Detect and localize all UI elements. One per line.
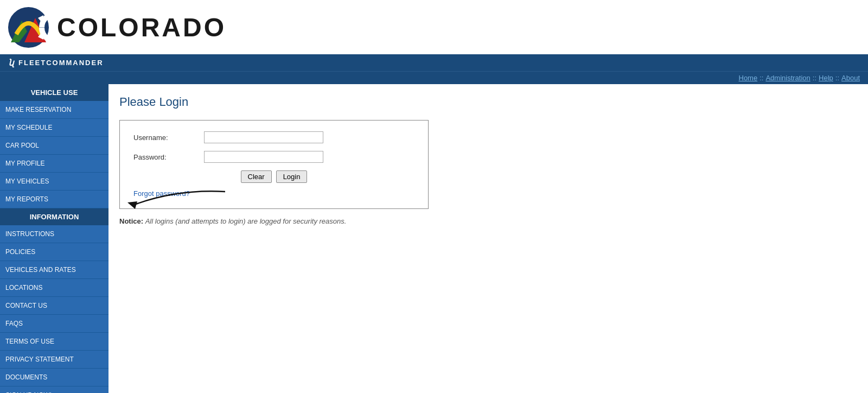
- username-row: Username:: [133, 131, 414, 143]
- sidebar-item-my-profile[interactable]: MY PROFILE: [0, 155, 108, 173]
- notice-prefix: Notice:: [119, 217, 143, 225]
- nav-bar: Home :: Administration :: Help :: About: [0, 71, 868, 84]
- home-link[interactable]: Home: [739, 74, 758, 82]
- notice-body: All logins (and attempts to login) are l…: [145, 217, 347, 225]
- login-box: Username: Password: Clear Login Forgot p…: [119, 120, 429, 209]
- password-input[interactable]: [204, 151, 323, 163]
- username-label: Username:: [133, 134, 204, 142]
- page-title: Please Login: [119, 95, 857, 109]
- sidebar: VEHICLE USE MAKE RESERVATION MY SCHEDULE…: [0, 84, 108, 393]
- administration-link[interactable]: Administration: [765, 74, 810, 82]
- colorado-logo-icon: [8, 7, 49, 48]
- nav-sep-3: ::: [835, 74, 839, 82]
- sidebar-item-faqs[interactable]: FAQS: [0, 315, 108, 333]
- sidebar-item-instructions[interactable]: INSTRUCTIONS: [0, 225, 108, 243]
- clear-button[interactable]: Clear: [241, 170, 272, 183]
- sidebar-item-my-reports[interactable]: MY REPORTS: [0, 191, 108, 208]
- forgot-password-row: Forgot password?: [133, 189, 414, 198]
- button-row: Clear Login: [133, 170, 414, 183]
- main-layout: VEHICLE USE MAKE RESERVATION MY SCHEDULE…: [0, 84, 868, 393]
- sidebar-item-car-pool[interactable]: CAR POOL: [0, 137, 108, 155]
- sidebar-item-policies[interactable]: POLICIES: [0, 243, 108, 261]
- username-input[interactable]: [204, 131, 323, 143]
- fleet-logo-icon: ʯ: [8, 58, 15, 68]
- fleet-bar: ʯ FLEETCOMMANDER: [0, 54, 868, 71]
- vehicle-use-header: VEHICLE USE: [0, 84, 108, 101]
- login-button[interactable]: Login: [276, 170, 308, 183]
- nav-sep-2: ::: [813, 74, 816, 82]
- forgot-password-link[interactable]: Forgot password?: [133, 189, 190, 198]
- sidebar-item-documents[interactable]: DOCUMENTS: [0, 369, 108, 386]
- fleet-commander-logo: ʯ FLEETCOMMANDER: [8, 58, 104, 68]
- sidebar-item-my-schedule[interactable]: MY SCHEDULE: [0, 119, 108, 137]
- notice-text: Notice: All logins (and attempts to logi…: [119, 217, 857, 225]
- sidebar-item-terms-of-use[interactable]: TERMS OF USE: [0, 333, 108, 351]
- help-link[interactable]: Help: [819, 74, 833, 82]
- sidebar-item-sign-up-now[interactable]: SIGN UP NOW!: [0, 386, 108, 393]
- fleet-commander-label: FLEETCOMMANDER: [18, 59, 104, 67]
- sidebar-item-locations[interactable]: LOCATIONS: [0, 279, 108, 297]
- password-label: Password:: [133, 153, 204, 161]
- colorado-text: COLORADO: [57, 12, 226, 42]
- sidebar-item-contact-us[interactable]: CONTACT US: [0, 297, 108, 315]
- header-logo-section: COLORADO: [0, 0, 868, 54]
- sidebar-item-vehicles-and-rates[interactable]: VEHICLES AND RATES: [0, 261, 108, 279]
- about-link[interactable]: About: [841, 74, 860, 82]
- sidebar-item-make-reservation[interactable]: MAKE RESERVATION: [0, 101, 108, 119]
- nav-sep-1: ::: [760, 74, 763, 82]
- information-header: INFORMATION: [0, 208, 108, 225]
- password-row: Password:: [133, 151, 414, 163]
- content-area: Please Login Username: Password: Clear L…: [108, 84, 868, 393]
- sidebar-item-privacy-statement[interactable]: PRIVACY STATEMENT: [0, 351, 108, 369]
- sidebar-item-my-vehicles[interactable]: MY VEHICLES: [0, 173, 108, 191]
